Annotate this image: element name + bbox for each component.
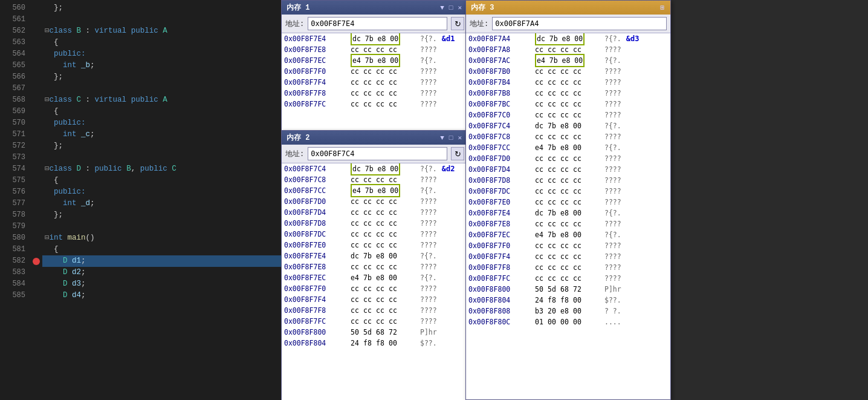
mem-row: 0x00F8F7DCcccccccc ???? [282,229,468,240]
code-line [42,221,281,232]
breakpoint-row[interactable] [30,140,42,152]
hex-byte: cc [560,262,571,273]
breakpoint-row[interactable] [30,290,42,301]
hex-byte: cc [376,240,387,251]
mem-ascii: ???? [420,240,437,251]
mem-ascii: ???? [420,283,437,294]
mem2-addr-input[interactable] [308,147,447,160]
mem-row: 0x00F8F7E4dc 7b e8 00 ?{?.&d1 [282,33,468,44]
mem1-close-icon[interactable]: ✕ [456,4,463,11]
mem3-addr-input[interactable] [492,17,667,30]
hex-byte: dc [535,120,546,131]
mem-address: 0x00F8F7C4 [468,120,535,131]
line-number: 568 [0,94,25,106]
hex-byte: cc [535,153,546,164]
mem2-minimize-icon[interactable]: ▼ [439,134,445,142]
mem-ascii: ?{?. [420,33,437,44]
fold-icon[interactable]: ⊟ [45,234,50,242]
hex-byte: cc [376,66,387,77]
mem-hex-values: cccccccc [535,164,604,175]
code-line: }; [42,140,281,152]
mem1-minimize-icon[interactable]: ▼ [439,4,445,11]
breakpoint-row[interactable] [30,106,42,117]
breakpoint-row[interactable] [30,278,42,290]
breakpoint-row[interactable] [30,60,42,71]
code-line: { [42,175,281,186]
hex-byte: cc [573,88,584,99]
breakpoint-row[interactable] [30,37,42,48]
mem-address: 0x00F8F804 [284,338,351,349]
mem3-title: 内存 3 [471,2,494,13]
mem-ascii: ???? [604,66,621,77]
mem2-close-icon[interactable]: ✕ [456,134,463,142]
mem-hex-values: 505d6872 [351,327,420,338]
hex-byte: cc [573,186,584,197]
mem-row: 0x00F8F7F4cccccccc ???? [466,251,670,262]
hex-byte: cc [560,88,571,99]
breakpoint-row[interactable] [30,267,42,278]
mem1-titlebar[interactable]: 内存 1 ▼ □ ✕ [282,1,468,15]
code-line: }; [42,2,281,14]
mem-row: 0x00F8F7E4dc7be800 ?{?. [282,251,468,261]
hex-byte: cc [351,305,361,316]
breakpoint-row[interactable] [30,129,42,140]
breakpoint-row[interactable] [30,117,42,129]
mem-ascii: ???? [604,262,621,273]
mem2-titlebar[interactable]: 内存 2 ▼ □ ✕ [282,131,468,145]
mem-row: 0x00F8F7D0cccccccc ???? [466,153,670,164]
mem-row: 0x00F8F80424f8f800 $??. [466,295,670,306]
mem2-restore-icon[interactable]: □ [448,134,455,142]
mem-boxed-value: dc 7b e8 00 [351,33,400,45]
breakpoint-row[interactable] [30,152,42,163]
mem1-addr-input[interactable] [308,17,447,30]
breakpoint-row[interactable] [30,25,42,37]
code-line: int _d; [42,198,281,209]
hex-byte: cc [351,240,361,251]
mem3-titlebar[interactable]: 内存 3 ⊞ [466,1,670,15]
hex-byte: cc [548,251,559,262]
hex-byte: cc [573,77,584,88]
mem1-restore-icon[interactable]: □ [448,4,455,11]
breakpoint-row[interactable] [30,209,42,221]
mem-address: 0x00F8F7AC [468,55,535,66]
mem3-pin-icon[interactable]: ⊞ [659,4,666,11]
mem-hex-values: cccccccc [535,197,604,208]
hex-byte: cc [548,186,559,197]
breakpoint-row[interactable] [30,14,42,25]
mem-boxed-value: e4 7b e8 00 [351,54,400,67]
classname: C [77,96,82,104]
breakpoint-row[interactable] [30,221,42,232]
mem-ascii: ???? [604,77,621,88]
fold-icon[interactable]: ⊟ [45,96,50,104]
breakpoint-row[interactable] [30,244,42,255]
hex-byte: cc [548,88,559,99]
mem-hex-values: cccccccc [535,110,604,120]
mem-address: 0x00F8F7E8 [468,218,535,229]
mem-hex-values: 24f8f800 [351,338,420,349]
mem-ascii: ?{?. [604,120,621,131]
breakpoint-row[interactable] [30,175,42,186]
breakpoint-row[interactable] [30,2,42,14]
mem2-refresh-button[interactable]: ↻ [451,147,464,160]
mem-ascii: ?{?. [420,55,437,66]
breakpoint-row[interactable] [30,94,42,106]
breakpoint-row[interactable] [30,48,42,60]
hex-byte: cc [560,175,571,186]
fold-icon[interactable]: ⊟ [45,27,50,35]
line-number: 569 [0,106,25,117]
hex-byte: cc [376,218,387,229]
mem1-refresh-button[interactable]: ↻ [451,17,464,30]
breakpoint-row[interactable] [30,255,42,267]
mem-ascii: ?{?. [420,163,437,174]
breakpoint-row[interactable] [30,198,42,209]
breakpoint-row[interactable] [30,83,42,94]
fold-icon[interactable]: ⊟ [45,165,50,173]
mem1-title: 内存 1 [287,2,309,13]
hex-byte: cc [363,229,374,240]
keyword: class [50,27,73,35]
mem-ascii: .... [604,316,621,327]
breakpoint-row[interactable] [30,232,42,244]
breakpoint-row[interactable] [30,186,42,198]
breakpoint-row[interactable] [30,71,42,83]
breakpoint-row[interactable] [30,163,42,175]
